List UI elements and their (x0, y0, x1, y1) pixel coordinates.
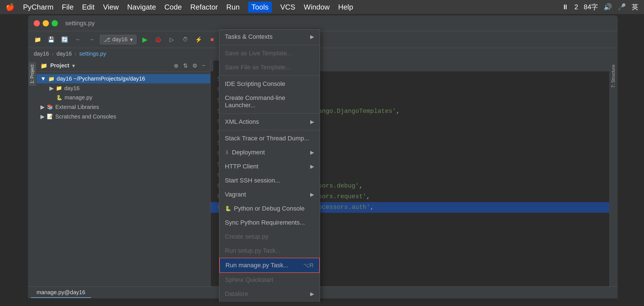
edit-menu[interactable]: Edit (82, 3, 95, 12)
save-file-label: Save File as Template... (225, 64, 291, 71)
create-setup-label: Create setup.py (225, 233, 268, 240)
datalore-arrow-icon: ▶ (310, 291, 314, 297)
menu-item-save-live: Save as Live Template... (219, 46, 320, 60)
menu-item-sync-python[interactable]: Sync Python Requirements... (219, 216, 320, 230)
pycharm-menu[interactable]: PyCharm (23, 3, 53, 12)
ssh-label: Start SSH session... (225, 177, 280, 184)
refactor-menu[interactable]: Refactor (190, 3, 218, 12)
create-launcher-label: Create Command-line Launcher... (225, 94, 314, 109)
menu-overlay: Tasks & Contexts ▶ Save as Live Template… (28, 15, 618, 302)
pycharm-window: settings.py 📁 💾 🔄 ← → ⎇ day16 ▾ ▶ 🐞 ▷ ⏱ … (28, 15, 618, 302)
tasks-label: Tasks & Contexts (225, 33, 273, 40)
tools-dropdown-menu: Tasks & Contexts ▶ Save as Live Template… (219, 29, 320, 302)
menu-item-python-console[interactable]: 🐍 Python or Debug Console (219, 202, 320, 216)
http-client-label: HTTP Client (225, 163, 258, 170)
navigate-menu[interactable]: Navigate (127, 3, 156, 12)
divider-1 (219, 45, 320, 45)
speaker-icon: 🔊 (604, 3, 612, 11)
ide-scripting-label: IDE Scripting Console (225, 80, 285, 88)
menu-item-sphinx: Sphinx Quickstart (219, 273, 320, 287)
deployment-icon: ⇩ (225, 149, 229, 156)
menu-item-ssh[interactable]: Start SSH session... (219, 173, 320, 188)
char-count: 84字 (584, 3, 598, 12)
menu-item-xml-actions[interactable]: XML Actions ▶ (219, 115, 320, 129)
menu-item-stack-trace[interactable]: Stack Trace or Thread Dump... (219, 131, 320, 145)
window-menu[interactable]: Window (304, 3, 330, 12)
menu-item-tasks-contexts[interactable]: Tasks & Contexts ▶ (219, 30, 320, 44)
tools-menu[interactable]: Tools (248, 2, 272, 13)
run-manage-shortcut: ⌥R (303, 262, 314, 269)
mic-icon: 🎤 (618, 3, 626, 11)
divider-4 (219, 130, 320, 130)
python-console-label: Python or Debug Console (234, 205, 305, 212)
menu-item-run-setup: Run setup.py Task... (219, 244, 320, 258)
divider-2 (219, 76, 320, 76)
sync-python-label: Sync Python Requirements... (225, 219, 305, 226)
language-indicator: 英 (632, 3, 638, 12)
view-menu[interactable]: View (103, 3, 119, 12)
python-console-icon: 🐍 (225, 205, 231, 212)
notification-count: 2 (574, 3, 578, 11)
menu-item-ide-scripting[interactable]: IDE Scripting Console (219, 77, 320, 91)
divider-3 (219, 113, 320, 114)
deployment-arrow-icon: ▶ (310, 149, 314, 156)
apple-icon[interactable]: 🍎 (6, 3, 15, 12)
menu-item-save-file: Save File as Template... (219, 60, 320, 74)
deployment-label: Deployment (232, 149, 265, 156)
menu-item-create-launcher[interactable]: Create Command-line Launcher... (219, 91, 320, 112)
menu-item-http-client[interactable]: HTTP Client ▶ (219, 159, 320, 173)
menu-item-create-setup: Create setup.py (219, 230, 320, 244)
menu-item-run-manage[interactable]: Run manage.py Task... ⌥R (219, 258, 320, 273)
http-arrow-icon: ▶ (310, 163, 314, 170)
file-menu[interactable]: File (62, 3, 74, 12)
vagrant-arrow-icon: ▶ (310, 191, 314, 198)
menu-item-datalore: Datalore ▶ (219, 287, 320, 301)
help-menu[interactable]: Help (338, 3, 353, 12)
run-menu[interactable]: Run (226, 3, 240, 12)
xml-arrow-icon: ▶ (310, 119, 314, 125)
stack-trace-label: Stack Trace or Thread Dump... (225, 135, 309, 142)
run-manage-label: Run manage.py Task... (225, 262, 289, 269)
vagrant-label: Vagrant (225, 191, 246, 198)
menu-item-gae[interactable]: Google App Engine ▶ (219, 301, 320, 302)
pause-icon: ⏸ (562, 3, 569, 11)
save-live-label: Save as Live Template... (225, 50, 292, 57)
datalore-label: Datalore (225, 290, 248, 298)
mac-menubar: 🍎 PyCharm File Edit View Navigate Code R… (0, 0, 644, 14)
menu-item-deployment[interactable]: ⇩ Deployment ▶ (219, 145, 320, 159)
run-setup-label: Run setup.py Task... (225, 247, 281, 254)
sphinx-label: Sphinx Quickstart (225, 276, 273, 284)
code-menu[interactable]: Code (165, 3, 182, 12)
system-tray: ⏸ 2 84字 🔊 🎤 英 (562, 3, 638, 12)
tasks-arrow-icon: ▶ (310, 34, 314, 40)
menu-item-vagrant[interactable]: Vagrant ▶ (219, 188, 320, 202)
vcs-menu[interactable]: VCS (280, 3, 295, 12)
xml-actions-label: XML Actions (225, 118, 259, 125)
